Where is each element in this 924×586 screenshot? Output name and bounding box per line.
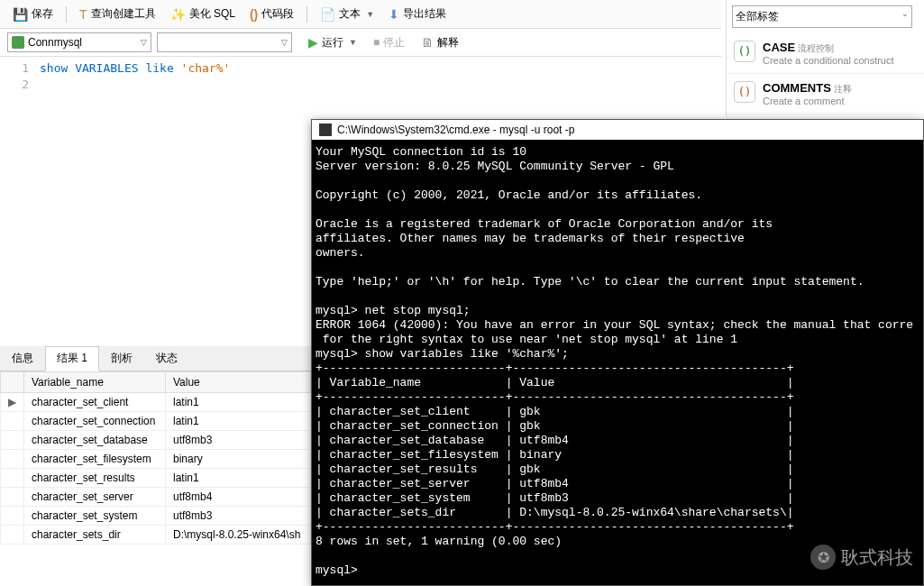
- connection-select[interactable]: Connmysql ▽: [7, 32, 151, 52]
- cell-variable-name: character_set_database: [24, 431, 166, 450]
- cell-value: utf8mb3: [165, 431, 310, 450]
- row-pointer: [1, 431, 24, 450]
- text-label: 文本: [339, 6, 361, 22]
- tag-filter-select[interactable]: 全部标签 ⌄: [732, 5, 912, 28]
- export-icon: ⬇: [389, 7, 399, 22]
- code-segment-button[interactable]: () 代码段: [244, 4, 299, 24]
- cell-variable-name: character_set_system: [24, 507, 166, 526]
- cell-value: D:\mysql-8.0.25-winx64\sh: [165, 526, 310, 545]
- connection-row: Connmysql ▽ ▽ ▶ 运行 ▼ ■ 停止 🗎 解释: [0, 29, 721, 57]
- table-row[interactable]: ▶ character_set_client latin1: [1, 393, 311, 412]
- table-row[interactable]: character_sets_dir D:\mysql-8.0.25-winx6…: [1, 526, 311, 545]
- row-pointer: [1, 450, 24, 469]
- keyword: VARIABLES: [75, 61, 138, 75]
- snippet-icon: (): [734, 81, 755, 103]
- query-builder-button[interactable]: T 查询创建工具: [74, 4, 161, 24]
- run-button[interactable]: ▶ 运行 ▼: [303, 33, 362, 52]
- query-builder-label: 查询创建工具: [91, 6, 156, 22]
- table-row[interactable]: character_set_system utf8mb3: [1, 507, 311, 526]
- row-pointer: [1, 526, 24, 545]
- cell-value: utf8mb4: [165, 488, 310, 507]
- watermark-text: 耿式科技: [841, 545, 913, 570]
- cell-value: binary: [165, 450, 310, 469]
- result-tabs: 信息 结果 1 剖析 状态: [0, 346, 311, 371]
- stop-button[interactable]: ■ 停止: [368, 33, 410, 52]
- wechat-icon: ✪: [810, 545, 836, 570]
- code-icon: (): [250, 7, 258, 22]
- line-gutter: 1 2: [0, 57, 36, 345]
- row-pointer: ▶: [1, 393, 24, 412]
- row-pointer: [1, 412, 24, 431]
- separator: [306, 6, 307, 23]
- separator: [66, 6, 67, 23]
- cell-variable-name: character_set_filesystem: [24, 450, 166, 469]
- row-pointer: [1, 488, 24, 507]
- table-row[interactable]: character_set_connection latin1: [1, 412, 311, 431]
- cell-value: utf8mb3: [165, 507, 310, 526]
- beautify-label: 美化 SQL: [189, 6, 235, 22]
- string-literal: 'char%': [181, 61, 231, 75]
- line-number: 1: [0, 60, 29, 77]
- tab-result[interactable]: 结果 1: [45, 346, 99, 371]
- snippet-description: Create a comment: [763, 96, 852, 106]
- explain-icon: 🗎: [421, 35, 434, 50]
- snippet-item[interactable]: () COMMENTS 注释 Create a comment: [727, 74, 924, 114]
- text-button[interactable]: 📄 文本 ▼: [315, 4, 380, 24]
- row-pointer-header: [1, 372, 24, 393]
- database-select[interactable]: ▽: [157, 32, 292, 52]
- tab-profile[interactable]: 剖析: [99, 346, 144, 371]
- export-button[interactable]: ⬇ 导出结果: [383, 4, 452, 24]
- cmd-titlebar[interactable]: C:\Windows\System32\cmd.exe - mysql -u r…: [312, 120, 923, 140]
- explain-label: 解释: [437, 35, 459, 50]
- tab-status[interactable]: 状态: [144, 346, 189, 371]
- doc-icon: 📄: [320, 7, 335, 22]
- run-label: 运行: [322, 35, 343, 50]
- cell-variable-name: character_set_connection: [24, 412, 166, 431]
- main-toolbar: 💾 保存 T 查询创建工具 ✨ 美化 SQL () 代码段 📄 文本 ▼ ⬇ 导…: [0, 0, 721, 29]
- cmd-title-text: C:\Windows\System32\cmd.exe - mysql -u r…: [337, 124, 574, 136]
- connection-name: Connmysql: [28, 36, 82, 49]
- beautify-button[interactable]: ✨ 美化 SQL: [165, 4, 241, 24]
- cmd-window[interactable]: C:\Windows\System32\cmd.exe - mysql -u r…: [311, 119, 924, 586]
- result-table: Variable_name Value ▶ character_set_clie…: [0, 371, 311, 545]
- snippet-item[interactable]: () CASE 流程控制 Create a conditional constr…: [727, 33, 924, 74]
- dropdown-icon: ▼: [349, 38, 357, 47]
- table-row[interactable]: character_set_database utf8mb3: [1, 431, 311, 450]
- column-header[interactable]: Value: [165, 372, 310, 393]
- snippets-sidebar: 全部标签 ⌄ () CASE 流程控制 Create a conditional…: [726, 0, 924, 117]
- keyword: like: [145, 61, 173, 75]
- table-row[interactable]: character_set_server utf8mb4: [1, 488, 311, 507]
- cell-value: latin1: [165, 469, 310, 488]
- dropdown-icon: ⌄: [901, 9, 909, 24]
- explain-button[interactable]: 🗎 解释: [416, 33, 464, 52]
- line-number: 2: [0, 77, 29, 93]
- results-panel: 信息 结果 1 剖析 状态 Variable_name Value ▶ char…: [0, 346, 311, 545]
- snippet-description: Create a conditional construct: [763, 55, 894, 66]
- magic-icon: ✨: [170, 7, 186, 22]
- stop-icon: ■: [373, 36, 380, 49]
- cmd-icon: [319, 124, 332, 136]
- cell-variable-name: character_set_results: [24, 469, 166, 488]
- dropdown-icon: ▽: [141, 38, 147, 47]
- save-icon: 💾: [13, 7, 28, 22]
- dropdown-icon: ▼: [366, 10, 374, 19]
- save-button[interactable]: 💾 保存: [7, 4, 59, 24]
- snippet-title: CASE: [763, 41, 795, 54]
- cell-variable-name: character_sets_dir: [24, 526, 166, 545]
- row-pointer: [1, 507, 24, 526]
- cell-value: latin1: [165, 393, 310, 412]
- table-row[interactable]: character_set_filesystem binary: [1, 450, 311, 469]
- cell-value: latin1: [165, 412, 310, 431]
- row-pointer: [1, 469, 24, 488]
- mysql-icon: [12, 36, 24, 49]
- save-label: 保存: [32, 6, 53, 22]
- tag-filter-label: 全部标签: [736, 9, 779, 24]
- tab-info[interactable]: 信息: [0, 346, 45, 371]
- table-row[interactable]: character_set_results latin1: [1, 469, 311, 488]
- keyword: show: [40, 61, 68, 75]
- play-icon: ▶: [308, 35, 318, 50]
- snippet-icon: (): [734, 41, 755, 62]
- cmd-output[interactable]: Your MySQL connection id is 10 Server ve…: [312, 140, 923, 583]
- watermark: ✪ 耿式科技: [810, 545, 913, 570]
- column-header[interactable]: Variable_name: [24, 372, 166, 393]
